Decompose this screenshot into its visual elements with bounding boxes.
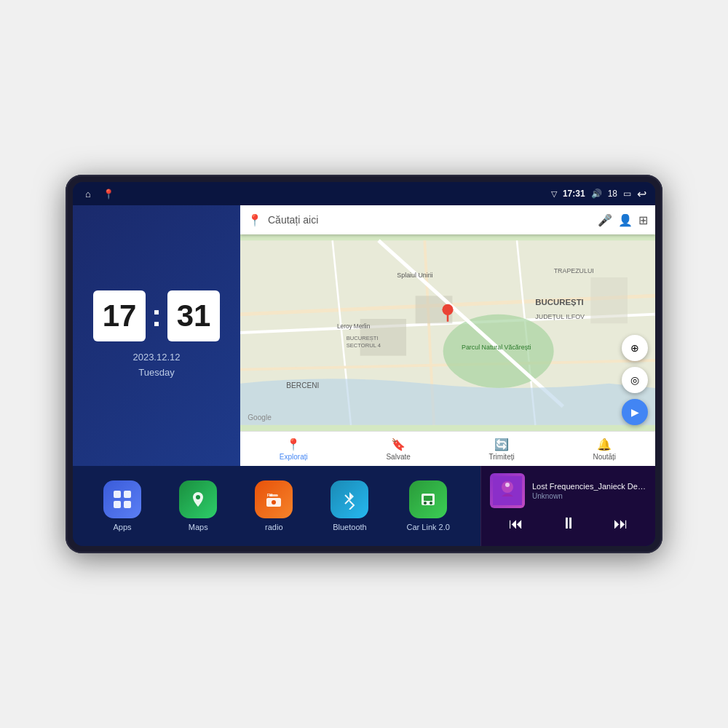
compass-fab[interactable]: ⊕ (622, 335, 648, 361)
map-area[interactable]: BUCUREȘTI JUDEȚUL ILFOV BERCENI TRAPEZUL… (240, 234, 655, 431)
maps-status-icon[interactable]: 📍 (102, 187, 115, 200)
radio-icon: FM (255, 480, 293, 518)
app-item-maps[interactable]: Maps (179, 480, 217, 531)
clock-minutes: 31 (167, 290, 220, 341)
svg-text:Parcul Natural Văcărești: Parcul Natural Văcărești (462, 344, 531, 351)
apps-label: Apps (114, 523, 132, 531)
saved-label: Salvate (386, 453, 410, 461)
music-next-button[interactable]: ⏭ (608, 513, 634, 535)
top-section: 17 : 31 2023.12.12 Tuesday 📍 Căutați aic… (73, 205, 655, 466)
svg-text:BUCUREȘTI: BUCUREȘTI (535, 298, 583, 306)
carlink-icon (409, 480, 447, 518)
clock-panel: 17 : 31 2023.12.12 Tuesday (73, 205, 240, 466)
svg-text:BUCUREȘTI: BUCUREȘTI (347, 335, 379, 341)
bluetooth-icon (331, 480, 368, 518)
maps-icon (179, 480, 217, 518)
music-text: Lost Frequencies_Janieck Devy-... Unknow… (532, 482, 646, 500)
device-frame: ⌂ 📍 ▽ 17:31 🔊 18 ▭ ↩ 17 : (66, 175, 662, 553)
main-content: 17 : 31 2023.12.12 Tuesday 📍 Căutați aic… (73, 205, 655, 546)
svg-text:Splaiul Unirii: Splaiul Unirii (397, 272, 432, 279)
svg-text:Leroy Merlin: Leroy Merlin (337, 323, 371, 330)
status-time: 17:31 (563, 189, 585, 199)
music-controls: ⏮ ⏸ ⏭ (490, 508, 646, 539)
home-icon[interactable]: ⌂ (82, 187, 95, 200)
svg-rect-25 (124, 491, 131, 498)
map-search-actions: 🎤 👤 ⊞ (598, 213, 648, 227)
music-artist: Unknown (532, 492, 646, 500)
google-maps-icon: 📍 (248, 213, 262, 227)
svg-point-35 (424, 502, 427, 505)
svg-point-28 (196, 495, 200, 499)
bluetooth-label: Bluetooth (333, 523, 366, 531)
news-label: Noutăți (593, 453, 616, 461)
svg-point-36 (430, 502, 432, 505)
maps-label: Maps (189, 523, 208, 531)
news-icon: 🔔 (597, 438, 612, 451)
svg-rect-34 (424, 496, 432, 501)
map-search-placeholder[interactable]: Căutați aici (268, 214, 592, 226)
explore-label: Explorați (280, 453, 308, 461)
svg-text:Google: Google (248, 414, 272, 422)
map-nav-news[interactable]: 🔔 Noutăți (593, 438, 616, 461)
svg-text:TRAPEZULUI: TRAPEZULUI (554, 267, 594, 274)
apps-grid: Apps Maps (73, 466, 480, 546)
device-screen: ⌂ 📍 ▽ 17:31 🔊 18 ▭ ↩ 17 : (73, 182, 655, 546)
map-panel[interactable]: 📍 Căutați aici 🎤 👤 ⊞ (240, 205, 655, 466)
music-play-button[interactable]: ⏸ (555, 511, 582, 536)
volume-level: 18 (608, 189, 617, 199)
svg-text:BERCENI: BERCENI (286, 381, 319, 389)
bottom-section: Apps Maps (73, 466, 655, 546)
map-bottom-bar: 📍 Explorați 🔖 Salvate 🔄 Trimiteți � (240, 431, 655, 466)
svg-text:FM: FM (267, 493, 272, 497)
music-info: Lost Frequencies_Janieck Devy-... Unknow… (490, 473, 646, 508)
svg-rect-24 (114, 491, 121, 498)
status-left-icons: ⌂ 📍 (82, 187, 115, 200)
signal-icon: ▽ (551, 189, 557, 199)
clock-day: Tuesday (132, 365, 180, 381)
svg-text:JUDEȚUL ILFOV: JUDEȚUL ILFOV (535, 313, 585, 320)
account-icon[interactable]: 👤 (618, 213, 633, 227)
share-label: Trimiteți (489, 453, 515, 461)
explore-icon: 📍 (286, 438, 301, 451)
clock-hours: 17 (93, 290, 146, 341)
clock-date-value: 2023.12.12 (132, 350, 180, 365)
carlink-label: Car Link 2.0 (407, 523, 450, 531)
location-fab[interactable]: ◎ (622, 367, 648, 393)
app-item-apps[interactable]: Apps (103, 480, 141, 531)
map-search-bar[interactable]: 📍 Căutați aici 🎤 👤 ⊞ (240, 205, 655, 234)
radio-label: radio (265, 523, 282, 531)
svg-text:SECTORUL 4: SECTORUL 4 (347, 342, 381, 349)
svg-point-30 (272, 500, 276, 505)
layers-icon[interactable]: ⊞ (638, 213, 648, 227)
svg-point-7 (443, 314, 554, 388)
volume-icon: 🔊 (591, 189, 602, 199)
music-title: Lost Frequencies_Janieck Devy-... (532, 482, 646, 491)
saved-icon: 🔖 (391, 438, 405, 451)
map-nav-saved[interactable]: 🔖 Salvate (386, 438, 410, 461)
svg-rect-27 (124, 501, 131, 508)
map-svg: BUCUREȘTI JUDEȚUL ILFOV BERCENI TRAPEZUL… (240, 234, 655, 431)
app-item-radio[interactable]: FM radio (255, 480, 293, 531)
share-icon: 🔄 (494, 438, 509, 451)
status-bar: ⌂ 📍 ▽ 17:31 🔊 18 ▭ ↩ (73, 182, 655, 205)
music-thumbnail (490, 473, 525, 508)
svg-rect-26 (114, 501, 121, 508)
navigate-fab[interactable]: ▶ (622, 399, 648, 425)
map-nav-explore[interactable]: 📍 Explorați (280, 438, 308, 461)
app-item-bluetooth[interactable]: Bluetooth (331, 480, 368, 531)
clock-date: 2023.12.12 Tuesday (132, 350, 180, 381)
music-prev-button[interactable]: ⏮ (503, 513, 529, 535)
status-right-info: ▽ 17:31 🔊 18 ▭ ↩ (551, 187, 646, 201)
battery-icon: ▭ (623, 189, 631, 199)
music-player: Lost Frequencies_Janieck Devy-... Unknow… (480, 466, 655, 546)
back-icon[interactable]: ↩ (637, 187, 646, 201)
mic-icon[interactable]: 🎤 (598, 213, 612, 227)
map-nav-share[interactable]: 🔄 Trimiteți (489, 438, 515, 461)
svg-point-39 (505, 483, 510, 487)
clock-colon: : (151, 301, 162, 331)
clock-display: 17 : 31 (93, 290, 220, 341)
svg-rect-10 (590, 277, 628, 323)
apps-icon (103, 480, 141, 518)
app-item-carlink[interactable]: Car Link 2.0 (407, 480, 450, 531)
